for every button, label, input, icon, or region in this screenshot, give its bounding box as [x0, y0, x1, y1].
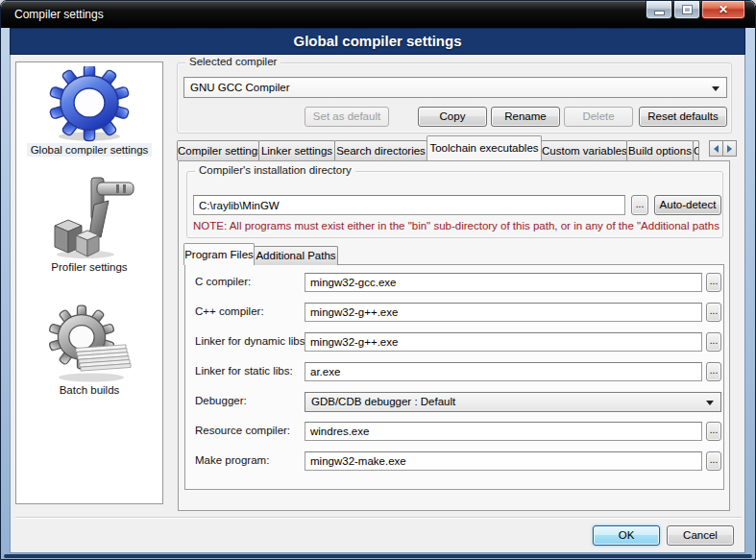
blue-gear-icon: [43, 66, 135, 143]
rename-button[interactable]: Rename: [491, 107, 560, 127]
chevron-down-icon: [706, 401, 714, 405]
subtab-additional-paths[interactable]: Additional Paths: [254, 246, 338, 265]
tab-scroll-left-button[interactable]: [709, 140, 723, 157]
delete-button[interactable]: Delete: [564, 107, 633, 127]
install-dir-input[interactable]: [193, 195, 625, 215]
auto-detect-button[interactable]: Auto-detect: [654, 195, 721, 215]
compiler-select-value: GNU GCC Compiler: [190, 82, 290, 93]
toolchain-executables-panel: Compiler's installation directory ... Au…: [178, 160, 730, 511]
cpp-compiler-input[interactable]: [305, 303, 702, 322]
sidebar-item-batch-builds[interactable]: Batch builds: [16, 304, 162, 397]
caption-buttons: ✕: [646, 1, 745, 19]
profiler-caliper-icon: [41, 176, 137, 260]
debugger-select-value: GDB/CDB debugger : Default: [311, 396, 455, 407]
chevron-down-icon: [712, 86, 719, 91]
batch-builds-icon: [41, 304, 137, 383]
compiler-settings-window: Compiler settings ✕ Global compiler sett…: [0, 0, 756, 560]
resource-compiler-browse-button[interactable]: ...: [706, 422, 721, 441]
c-compiler-label: C compiler:: [195, 276, 251, 287]
dialog-body: Global compiler settings: [10, 55, 745, 553]
sidebar-item-global-compiler-settings[interactable]: Global compiler settings: [16, 66, 162, 157]
compiler-select[interactable]: GNU GCC Compiler: [183, 77, 727, 98]
arrow-left-icon: [714, 145, 719, 153]
installation-directory-group: Compiler's installation directory ... Au…: [186, 171, 723, 238]
copy-button[interactable]: Copy: [418, 107, 487, 127]
install-dir-note: NOTE: All programs must exist either in …: [193, 220, 719, 231]
linker-dynamic-label: Linker for dynamic libs:: [195, 335, 308, 347]
sidebar-item-label: Profiler settings: [47, 260, 131, 274]
reset-defaults-button[interactable]: Reset defaults: [639, 107, 727, 127]
cpp-compiler-browse-button[interactable]: ...: [706, 303, 721, 322]
selected-compiler-group: Selected compiler GNU GCC Compiler Set a…: [177, 62, 732, 134]
minimize-button[interactable]: [646, 1, 672, 19]
footer-divider: [15, 517, 742, 519]
program-files-panel: C compiler: ... C++ compiler: ... Linker…: [184, 264, 724, 490]
resource-compiler-input[interactable]: [305, 422, 702, 441]
minimize-icon: [655, 12, 664, 14]
subtab-program-files[interactable]: Program Files: [183, 243, 255, 265]
paper-stack: [76, 344, 131, 371]
sidebar-item-profiler-settings[interactable]: Profiler settings: [16, 176, 162, 274]
resource-compiler-label: Resource compiler:: [195, 425, 290, 436]
cpp-compiler-label: C++ compiler:: [195, 305, 264, 317]
sidebar-item-label: Global compiler settings: [27, 143, 153, 157]
debugger-select[interactable]: GDB/CDB debugger : Default: [305, 392, 721, 412]
settings-tabstrip: Compiler settings Linker settings Search…: [178, 135, 699, 160]
linker-static-input[interactable]: [305, 362, 702, 381]
make-program-input[interactable]: [305, 451, 702, 471]
tab-scroller: [709, 140, 737, 157]
set-as-default-button[interactable]: Set as default: [305, 107, 389, 127]
window-bottom-edge: [4, 554, 752, 558]
close-button[interactable]: ✕: [701, 1, 745, 19]
linker-static-label: Linker for static libs:: [195, 365, 293, 377]
linker-static-browse-button[interactable]: ...: [706, 362, 721, 381]
make-program-label: Make program:: [195, 454, 269, 466]
c-compiler-input[interactable]: [305, 273, 702, 292]
install-dir-browse-button[interactable]: ...: [631, 195, 648, 215]
toolchain-subtabs: Program Files Additional Paths: [184, 243, 338, 265]
tab-toolchain-executables[interactable]: Toolchain executables: [427, 135, 542, 160]
make-program-browse-button[interactable]: ...: [706, 451, 721, 471]
ok-button[interactable]: OK: [593, 525, 660, 546]
titlebar[interactable]: Compiler settings ✕: [1, 1, 755, 28]
group-label: Selected compiler: [185, 56, 280, 67]
linker-dynamic-input[interactable]: [305, 332, 702, 352]
cancel-button[interactable]: Cancel: [667, 525, 734, 546]
tab-compiler-settings[interactable]: Compiler settings: [177, 140, 259, 160]
maximize-button[interactable]: [673, 1, 700, 19]
arrow-right-icon: [727, 145, 732, 153]
c-compiler-browse-button[interactable]: ...: [706, 273, 721, 292]
maximize-icon: [683, 6, 692, 13]
page-title: Global compiler settings: [11, 29, 744, 54]
tab-linker-settings[interactable]: Linker settings: [258, 140, 335, 160]
tab-custom-variables[interactable]: Custom variables: [541, 140, 627, 160]
tab-scroll-right-button[interactable]: [722, 140, 737, 157]
settings-category-list: Global compiler settings: [15, 61, 163, 504]
tab-build-options[interactable]: Build options: [626, 140, 694, 160]
window-title: Compiler settings: [14, 1, 104, 28]
group-label: Compiler's installation directory: [195, 164, 355, 176]
debugger-label: Debugger:: [195, 395, 247, 406]
linker-dynamic-browse-button[interactable]: ...: [706, 332, 721, 352]
tab-partial-overflow[interactable]: O: [693, 140, 699, 160]
tab-search-directories[interactable]: Search directories: [334, 140, 427, 160]
sidebar-item-label: Batch builds: [56, 383, 124, 397]
close-icon: ✕: [719, 2, 728, 18]
dialog-header: Global compiler settings: [10, 28, 745, 55]
